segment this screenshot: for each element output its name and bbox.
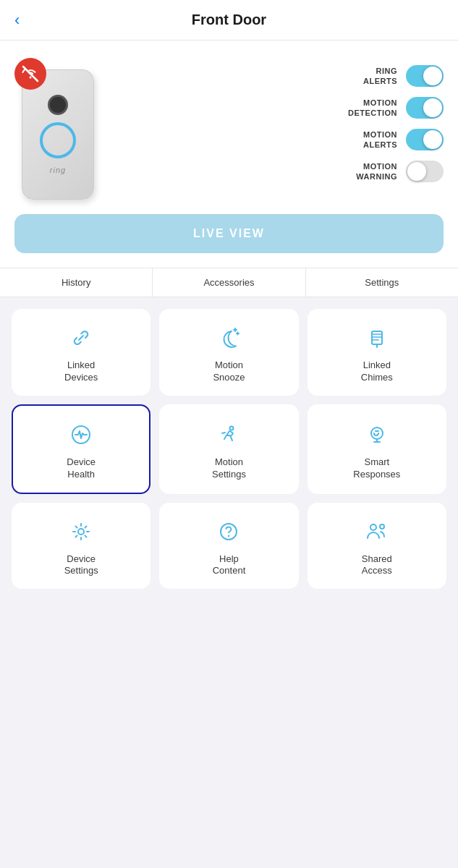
people-icon: [362, 517, 391, 546]
tab-accessories[interactable]: Accessories: [153, 268, 305, 297]
device-settings-label: DeviceSettings: [64, 553, 98, 578]
svg-point-12: [230, 426, 234, 430]
smart-responses-label: SmartResponses: [353, 456, 400, 481]
help-content-label: HelpContent: [213, 553, 246, 578]
toggle-row-motion-warning: MOTIONWARNING: [109, 161, 444, 182]
running-icon: [214, 420, 243, 449]
speech-icon: [362, 420, 391, 449]
tab-history[interactable]: History: [0, 268, 153, 297]
grid-item-motion-settings[interactable]: MotionSettings: [159, 404, 298, 494]
motion-warning-track: [406, 161, 444, 182]
ring-brand-label: ring: [50, 166, 66, 174]
motion-detection-label: MOTIONDETECTION: [348, 98, 397, 119]
grid-item-help-content[interactable]: HelpContent: [159, 503, 298, 590]
ring-alerts-toggle[interactable]: [406, 65, 444, 87]
link-icon: [67, 323, 96, 352]
toggle-row-motion-alerts: MOTIONALERTS: [109, 129, 444, 150]
heartbeat-icon: [67, 420, 96, 449]
motion-warning-toggle[interactable]: [406, 161, 444, 182]
ring-alerts-thumb: [423, 67, 442, 85]
grid-item-device-health[interactable]: DeviceHealth: [12, 404, 150, 494]
motion-detection-thumb: [423, 98, 442, 117]
wifi-offline-badge: [14, 58, 46, 90]
grid-item-device-settings[interactable]: DeviceSettings: [12, 503, 150, 590]
wifi-slash-icon: [22, 65, 39, 82]
grid-section: LinkedDevices MotionSnooze: [0, 297, 458, 600]
toggle-row-motion-detection: MOTIONDETECTION: [109, 97, 444, 119]
motion-warning-label: MOTIONWARNING: [356, 161, 397, 182]
chimes-icon: [362, 323, 391, 352]
svg-point-17: [228, 535, 229, 536]
motion-alerts-toggle[interactable]: [406, 129, 444, 150]
grid-item-smart-responses[interactable]: SmartResponses: [308, 404, 446, 494]
svg-point-15: [78, 529, 84, 535]
question-icon: [214, 517, 243, 546]
ring-circle: [40, 122, 76, 158]
linked-devices-label: LinkedDevices: [64, 359, 98, 384]
header: ‹ Front Door: [0, 0, 458, 41]
motion-alerts-label: MOTIONALERTS: [363, 129, 397, 150]
svg-point-18: [370, 524, 376, 530]
device-image-container: ring: [14, 58, 94, 200]
motion-alerts-thumb: [423, 130, 442, 149]
grid-item-shared-access[interactable]: SharedAccess: [308, 503, 446, 590]
svg-rect-5: [372, 331, 382, 344]
motion-snooze-label: MotionSnooze: [213, 359, 245, 384]
live-view-button[interactable]: LIVE VIEW: [14, 214, 444, 253]
page-title: Front Door: [192, 12, 266, 28]
ring-alerts-label: RINGALERTS: [363, 66, 397, 87]
motion-detection-toggle[interactable]: [406, 97, 444, 119]
live-view-section: LIVE VIEW: [0, 214, 458, 268]
toggle-row-ring-alerts: RINGALERTS: [109, 65, 444, 87]
svg-point-13: [371, 427, 383, 439]
motion-warning-thumb: [407, 162, 426, 181]
toggles-section: RINGALERTS MOTIONDETECTION MOTIONALERTS: [109, 58, 444, 182]
ring-alerts-track: [406, 65, 444, 87]
tab-settings[interactable]: Settings: [306, 268, 458, 297]
motion-settings-label: MotionSettings: [212, 456, 246, 481]
grid-item-linked-devices[interactable]: LinkedDevices: [12, 309, 150, 396]
back-button[interactable]: ‹: [14, 11, 20, 30]
svg-point-19: [380, 524, 384, 529]
moon-icon: [214, 323, 243, 352]
grid-item-linked-chimes[interactable]: LinkedChimes: [308, 309, 446, 396]
device-section: ring RINGALERTS MOTIONDETECTION MOTIONAL…: [0, 41, 458, 214]
device-health-label: DeviceHealth: [67, 456, 96, 481]
camera-lens: [48, 95, 68, 115]
gear-icon: [67, 517, 96, 546]
grid-item-motion-snooze[interactable]: MotionSnooze: [159, 309, 298, 396]
tabs-section: History Accessories Settings: [0, 268, 458, 297]
shared-access-label: SharedAccess: [362, 553, 392, 578]
motion-alerts-track: [406, 129, 444, 150]
motion-detection-track: [406, 97, 444, 119]
svg-point-0: [30, 77, 32, 79]
linked-chimes-label: LinkedChimes: [361, 359, 393, 384]
